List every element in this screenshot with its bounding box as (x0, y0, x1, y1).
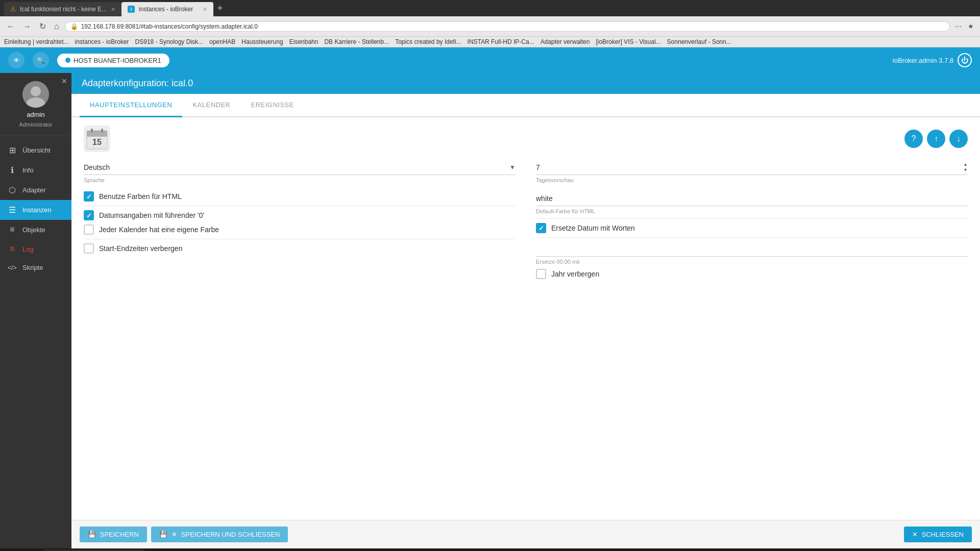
tab-ereignisse[interactable]: EREIGNISSE (241, 94, 304, 117)
sidebar-label-uebersicht: Übersicht (22, 146, 51, 154)
tab-kalender[interactable]: KALENDER (182, 94, 240, 117)
tagesvorschau-input[interactable] (536, 160, 963, 174)
browser-tab-2[interactable]: I instances - ioBroker ✕ (121, 2, 213, 16)
sidebar-label-objekte: Objekte (22, 226, 45, 234)
search-icon[interactable]: 🔍 (33, 52, 49, 68)
default-farbe-input[interactable] (536, 191, 968, 206)
app-header: 👁 🔍 HOST BUANET-IOBROKER1 ioBroker.admin… (0, 47, 980, 73)
sidebar-close-button[interactable]: ✕ (61, 77, 67, 85)
sprache-select[interactable]: Deutsch English Français (84, 160, 509, 174)
sidebar-item-uebersicht[interactable]: ⊞ Übersicht (0, 140, 71, 160)
tab2-close[interactable]: ✕ (203, 6, 207, 13)
bookmark-9[interactable]: INSTAR Full-HD IP-Ca... (468, 38, 534, 45)
tab2-favicon: I (128, 6, 135, 13)
default-farbe-label: Default-Farbe für HTML (536, 208, 968, 214)
tab1-favicon: ⚠ (10, 6, 16, 13)
address-bar[interactable]: 🔒 192.168.178.69:8081/#tab-instances/con… (65, 21, 950, 32)
bookmark-10[interactable]: Adapter verwalten (541, 38, 590, 45)
checkbox-ersetze-datum-label: Ersetze Datum mit Worten (551, 224, 635, 232)
new-tab-button[interactable]: + (213, 3, 227, 14)
bookmark-7[interactable]: DB Karriere - Stellenb... (324, 38, 389, 45)
download-button[interactable]: ↓ (949, 130, 968, 148)
grid-icon: ⊞ (7, 145, 17, 155)
bookmark-5[interactable]: Haussteuerung (241, 38, 283, 45)
sidebar-item-info[interactable]: ℹ Info (0, 160, 71, 180)
help-button[interactable]: ? (904, 130, 923, 148)
tagesvorschau-group: ▲ ▼ Tagesvorschau (536, 160, 968, 183)
ersetze-null-group: Ersetze 00:00 mit (536, 242, 968, 265)
checkbox-benutze-farben[interactable] (84, 191, 94, 202)
browser-tabs: ⚠ Ical funktioniert nicht - keine E... ✕… (0, 0, 980, 16)
reload-button[interactable]: ↻ (37, 20, 48, 32)
bookmark-button[interactable]: ★ (966, 21, 976, 31)
toolbar-actions: ? ↑ ↓ (904, 130, 968, 148)
bookmark-12[interactable]: Sonnenverlauf - Sonn... (667, 38, 731, 45)
adapter-icon: ⬡ (7, 185, 17, 195)
taskbar: 🔍 Zur Suche Text hier eingeben 🎤 📁 🦊 🔔 🔊… (0, 548, 980, 551)
config-tabs: HAUPTEINSTELLUNGEN KALENDER EREIGNISSE (71, 94, 980, 117)
bottom-toolbar: 💾 SPEICHERN 💾 ✕ SPEICHERN UND SCHLIESSEN… (71, 520, 980, 548)
checkbox-start-endzeiten-row: Start-Endzeiten verbergen (84, 243, 516, 254)
checkbox-jeder-kalender-row: Jeder Kalender hat eine eigene Farbe (84, 224, 516, 235)
extensions-button[interactable]: ⋯ (953, 21, 964, 31)
tab1-label: Ical funktioniert nicht - keine E... (20, 6, 107, 13)
checkbox-jahr-verbergen[interactable] (536, 269, 546, 279)
close-button[interactable]: ✕ SCHLIESSEN (904, 527, 972, 542)
tagesvorschau-label: Tagesvorschau (536, 177, 968, 183)
adapter-icon-display: 15 (84, 126, 110, 152)
checkbox-benutze-farben-label: Benutze Farben für HTML (99, 192, 182, 201)
bookmark-6[interactable]: Eisenbahn (289, 38, 318, 45)
checkbox-datumsangaben[interactable] (84, 210, 94, 220)
close-icon: ✕ (912, 531, 918, 538)
sidebar-user-section: ✕ admin Administrator (0, 73, 71, 136)
save-close-x-icon: ✕ (172, 531, 177, 538)
sidebar-username: admin (27, 111, 44, 118)
avatar (22, 81, 49, 108)
scripts-icon: </> (7, 264, 17, 271)
tagesvorschau-down[interactable]: ▼ (963, 167, 968, 173)
bookmark-11[interactable]: [ioBroker] VIS - Visual... (596, 38, 660, 45)
ersetze-null-input[interactable] (536, 242, 968, 257)
power-icon[interactable]: ⏻ (958, 53, 972, 67)
sidebar-label-log: Log (22, 245, 34, 253)
bookmark-8[interactable]: Topics created by Idefi... (395, 38, 461, 45)
svg-text:15: 15 (92, 138, 102, 146)
host-button[interactable]: HOST BUANET-IOBROKER1 (57, 54, 169, 67)
save-close-label: SPEICHERN UND SCHLIESSEN (181, 531, 280, 538)
save-button[interactable]: 💾 SPEICHERN (80, 527, 147, 542)
sidebar-item-instanzen[interactable]: ☰ Instanzen (0, 200, 71, 220)
ersetze-null-label: Ersetze 00:00 mit (536, 259, 968, 265)
bookmark-1[interactable]: Einleitung | verdrahtet... (4, 38, 69, 45)
back-button[interactable]: ← (4, 21, 17, 32)
home-button[interactable]: ⌂ (52, 21, 62, 32)
forward-button[interactable]: → (20, 21, 34, 32)
instances-icon: ☰ (7, 205, 17, 215)
bookmark-3[interactable]: DS918 - Synology Disk... (135, 38, 203, 45)
sidebar-user-role: Administrator (19, 121, 53, 128)
bookmark-2[interactable]: instances - ioBroker (75, 38, 129, 45)
tagesvorschau-up[interactable]: ▲ (963, 162, 968, 167)
config-panel: HAUPTEINSTELLUNGEN KALENDER EREIGNISSE (71, 94, 980, 520)
sidebar-item-adapter[interactable]: ⬡ Adapter (0, 180, 71, 200)
checkbox-jeder-kalender-label: Jeder Kalender hat eine eigene Farbe (99, 226, 219, 234)
checkbox-jeder-kalender[interactable] (84, 224, 94, 235)
upload-button[interactable]: ↑ (927, 130, 945, 148)
checkbox-benutze-farben-row: Benutze Farben für HTML (84, 191, 516, 202)
config-body: 15 ? ↑ ↓ (71, 117, 980, 299)
sidebar-item-log[interactable]: ≡ Log (0, 239, 71, 259)
tab-haupteinstellungen[interactable]: HAUPTEINSTELLUNGEN (80, 94, 182, 117)
sidebar-item-skripte[interactable]: </> Skripte (0, 259, 71, 277)
tab1-close[interactable]: ✕ (111, 6, 115, 13)
save-close-button[interactable]: 💾 ✕ SPEICHERN UND SCHLIESSEN (151, 527, 288, 542)
bookmark-4[interactable]: openHAB (209, 38, 235, 45)
browser-tab-1[interactable]: ⚠ Ical funktioniert nicht - keine E... ✕ (4, 2, 121, 16)
sprache-label: Sprache (84, 177, 516, 183)
checkbox-ersetze-datum[interactable] (536, 223, 546, 233)
sidebar: ✕ admin Administrator ⊞ Übersicht (0, 73, 71, 548)
host-button-label: HOST BUANET-IOBROKER1 (74, 57, 161, 64)
browser-nav: ← → ↻ ⌂ 🔒 192.168.178.69:8081/#tab-insta… (0, 16, 980, 37)
svg-rect-5 (91, 129, 93, 133)
sidebar-item-objekte[interactable]: ≡ Objekte (0, 220, 71, 239)
checkbox-start-endzeiten[interactable] (84, 243, 94, 254)
visibility-icon[interactable]: 👁 (8, 52, 24, 68)
